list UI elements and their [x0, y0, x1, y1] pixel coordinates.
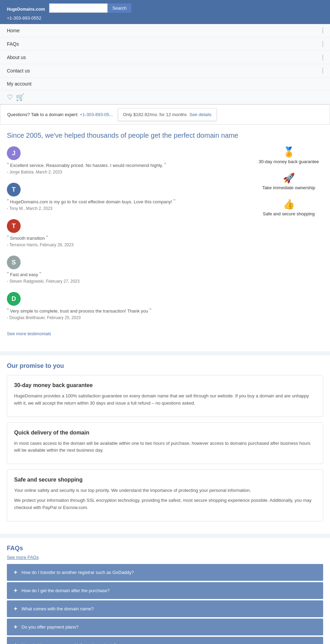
- promise-title: Our promise to you: [7, 362, 323, 370]
- header-phone[interactable]: +1-303-893-0552: [7, 15, 323, 21]
- site-header: HugeDomains.com Search +1-303-893-0552: [0, 0, 330, 24]
- money-back-icon: 🏅: [254, 146, 323, 158]
- site-logo: HugeDomains.com: [7, 4, 45, 13]
- card-title-money-back: 30-day money back guarantee: [14, 382, 316, 388]
- card-text-secure-1: Your online safety and security is our t…: [14, 487, 316, 494]
- testimonial-quote: " Excellent service. Reasonably priced. …: [7, 162, 248, 168]
- faq-item-transfer[interactable]: + How do I transfer to another registrar…: [7, 564, 323, 581]
- card-text-money-back: HugeDomains provides a 100% satisfaction…: [14, 393, 316, 407]
- section-divider-2: [0, 534, 330, 538]
- logo-suffix: .com: [35, 7, 45, 12]
- content-grid: J " Excellent service. Reasonably priced…: [7, 146, 323, 344]
- faq-expand-icon: +: [14, 587, 18, 594]
- avatar: D: [7, 292, 21, 306]
- navigation: Home FAQs About us Contact us My account…: [0, 24, 330, 104]
- testimonial-item: D " Very simple to complete, trust and p…: [7, 292, 248, 320]
- avatar: T: [7, 219, 21, 233]
- faq-item-get-domain[interactable]: + How do I get the domain after the purc…: [7, 582, 323, 599]
- feature-money-back-text: 30-day money back guarantee: [254, 159, 323, 164]
- faq-label: What comes with the domain name?: [22, 606, 94, 611]
- faq-expand-icon: +: [14, 569, 18, 576]
- logo-text: HugeDomains: [7, 7, 35, 12]
- feature-immediate-ownership: 🚀 Take immediate ownership: [254, 172, 323, 190]
- promise-card-delivery: Quick delivery of the domain In most cas…: [7, 422, 323, 464]
- card-text-delivery: In most cases access to the domain will …: [14, 440, 316, 454]
- testimonial-author: - Steven Radgowski, February 27, 2023: [7, 279, 248, 284]
- popup-link[interactable]: See details: [189, 112, 211, 117]
- faq-expand-icon: +: [14, 605, 18, 612]
- testimonials-section: J " Excellent service. Reasonably priced…: [7, 146, 248, 344]
- nav-icon-bar: ♡ 🛒: [0, 90, 330, 104]
- see-more-testimonials-link[interactable]: See more testimonials: [7, 331, 51, 336]
- faqs-title: FAQs: [7, 545, 323, 552]
- avatar: T: [7, 183, 21, 196]
- testimonial-author: - Terrance Harris, February 28, 2023: [7, 242, 248, 247]
- nav-item-about[interactable]: About us: [0, 51, 330, 64]
- faq-expand-icon: +: [14, 623, 18, 631]
- cart-icon[interactable]: 🛒: [16, 93, 24, 101]
- feature-ownership-text: Take immediate ownership: [254, 185, 323, 190]
- page-tagline: Since 2005, we've helped thousands of pe…: [7, 132, 323, 139]
- testimonial-item: J " Excellent service. Reasonably priced…: [7, 146, 248, 174]
- search-input[interactable]: [49, 3, 108, 13]
- thumbs-up-icon: 👍: [254, 199, 323, 210]
- faq-item-payment-plans[interactable]: + Do you offer payment plans?: [7, 619, 323, 635]
- promise-card-secure: Safe and secure shopping Your online saf…: [7, 470, 323, 521]
- faqs-section: FAQs See more FAQs + How do I transfer t…: [0, 538, 330, 644]
- testimonial-author: - Jorge Batista, March 2, 2023: [7, 170, 248, 174]
- testimonial-author: - Douglas Bretthauer, February 25, 2023: [7, 315, 248, 320]
- faq-label: How do I keep my personal information pr…: [22, 643, 116, 644]
- rocket-icon: 🚀: [254, 172, 323, 184]
- card-text-secure-2: We protect your information through SSL …: [14, 497, 316, 511]
- tooltip-bar: Questions? Talk to a domain expert: +1-3…: [0, 104, 330, 125]
- testimonial-quote: " Very simple to complete, trust and pro…: [7, 308, 248, 314]
- testimonial-quote: " Fast and easy ": [7, 271, 248, 278]
- promise-card-money-back: 30-day money back guarantee HugeDomains …: [7, 375, 323, 417]
- testimonial-item: T " Smooth transition " - Terrance Harri…: [7, 219, 248, 247]
- nav-item-home[interactable]: Home: [0, 24, 330, 37]
- avatar: J: [7, 146, 21, 160]
- faq-item-what-comes[interactable]: + What comes with the domain name?: [7, 600, 323, 617]
- promise-section: Our promise to you 30-day money back gua…: [0, 355, 330, 534]
- testimonial-item: T " HugeDomains.com is my go to for cost…: [7, 183, 248, 211]
- faq-item-privacy[interactable]: + How do I keep my personal information …: [7, 637, 323, 644]
- faq-label: Do you offer payment plans?: [22, 624, 79, 630]
- see-more-faqs-link[interactable]: See more FAQs: [7, 555, 323, 560]
- questions-text: Questions? Talk to a domain expert:: [7, 112, 78, 117]
- card-title-secure: Safe and secure shopping: [14, 477, 316, 483]
- testimonial-author: - Tony M., March 2, 2023: [7, 206, 248, 211]
- nav-item-account[interactable]: My account: [0, 78, 330, 90]
- faq-label: How do I transfer to another registrar s…: [22, 570, 134, 575]
- main-content: Since 2005, we've helped thousands of pe…: [0, 125, 330, 351]
- search-bar: Search: [49, 3, 131, 13]
- nav-item-contact[interactable]: Contact us: [0, 64, 330, 78]
- feature-secure-text: Safe and secure shopping: [254, 211, 323, 216]
- faq-label: How do I get the domain after the purcha…: [22, 588, 110, 593]
- tooltip-popup: Only $182.92/mo. for 12 months See detai…: [118, 108, 217, 121]
- feature-secure-shopping: 👍 Safe and secure shopping: [254, 199, 323, 216]
- faq-expand-icon: +: [14, 642, 18, 644]
- features-section: 🏅 30-day money back guarantee 🚀 Take imm…: [254, 146, 323, 344]
- section-divider: [0, 351, 330, 355]
- nav-item-faqs[interactable]: FAQs: [0, 37, 330, 51]
- testimonial-quote: " Smooth transition ": [7, 235, 248, 241]
- testimonial-item: S " Fast and easy " - Steven Radgowski, …: [7, 256, 248, 284]
- feature-money-back: 🏅 30-day money back guarantee: [254, 146, 323, 164]
- avatar: S: [7, 256, 21, 269]
- search-button[interactable]: Search: [108, 3, 131, 13]
- tooltip-phone[interactable]: +1-303-893-05...: [80, 112, 113, 117]
- testimonial-quote: " HugeDomains.com is my go to for cost e…: [7, 199, 248, 205]
- card-title-delivery: Quick delivery of the domain: [14, 430, 316, 436]
- popup-text: Only $182.92/mo. for 12 months: [123, 112, 187, 117]
- wishlist-icon[interactable]: ♡: [7, 93, 13, 101]
